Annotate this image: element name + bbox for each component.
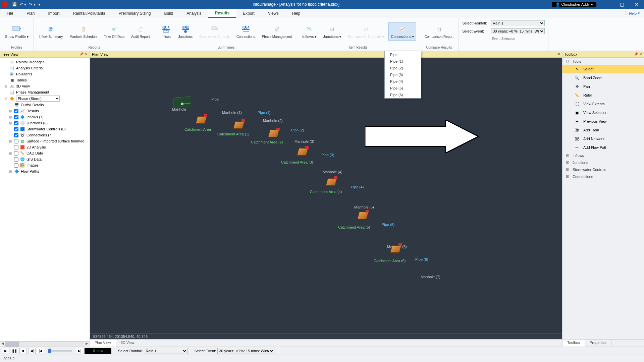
maximize-button[interactable]: ▢ xyxy=(614,0,629,9)
menu-views[interactable]: Views xyxy=(261,9,285,18)
tree-node[interactable]: 📑Analysis Criteria xyxy=(0,65,90,71)
tool-add-flow-path[interactable]: 〰Add Flow Path xyxy=(562,143,644,152)
sw-controls-section[interactable]: ⊞Stormwater Controls xyxy=(562,166,644,173)
properties-tab[interactable]: Properties xyxy=(585,340,611,347)
item-junctions-button[interactable]: 📊Junctions ▾ xyxy=(321,22,343,40)
pause-button[interactable]: ❚❚ xyxy=(11,348,18,354)
tree-node[interactable]: ⊞🔷Inflows (7) xyxy=(0,114,90,120)
pin-icon[interactable]: 📌 xyxy=(79,52,84,56)
tree-node[interactable]: ⊞⚪Junctions (8) xyxy=(0,120,90,126)
menu-plan[interactable]: Plan xyxy=(20,9,41,18)
tree-node[interactable]: ⊞✏️CAD Data xyxy=(0,150,90,156)
item-connections-button[interactable]: 📈Connections ▾ xyxy=(388,22,416,40)
tree-node[interactable]: ⚗️Pollutants xyxy=(0,71,90,77)
menu-rainfall[interactable]: Rainfall/Pollutants xyxy=(66,9,112,18)
popup-item[interactable]: Pipe (6) xyxy=(385,92,421,98)
tool-ruler[interactable]: 📏Ruler xyxy=(562,91,644,100)
tool-band-zoom[interactable]: 🔍Band Zoom xyxy=(562,73,644,82)
forward-button[interactable]: ▶| xyxy=(76,348,83,354)
user-badge[interactable]: 👤 Christopher Addy ▾ xyxy=(552,2,596,7)
menu-prelim-sizing[interactable]: Preliminary Sizing xyxy=(112,9,157,18)
inflow-summary-button[interactable]: 🌀Inflow Summary xyxy=(37,23,65,40)
menu-results[interactable]: Results xyxy=(208,9,236,18)
popup-item[interactable]: Pipe (2) xyxy=(385,65,421,71)
play-button[interactable]: ▶ xyxy=(2,348,9,354)
tree-node[interactable]: ⊞▧Surface - imported surface trimmed xyxy=(0,138,90,144)
phase-dropdown[interactable]: Phase (Storm)▾ xyxy=(16,96,60,102)
popup-item[interactable]: Pipe (1) xyxy=(385,58,421,65)
horizontal-scrollbar[interactable]: ◀▶ xyxy=(0,341,90,347)
svg-text:SUM: SUM xyxy=(162,25,170,29)
tool-add-network[interactable]: 🕸Add Network xyxy=(562,134,644,143)
plan-view-canvas[interactable]: Manhole Manhole (1) Manhole (2) Manhole … xyxy=(90,58,562,333)
pan-icon: ✥ xyxy=(574,83,580,89)
svg-rect-0 xyxy=(13,26,19,31)
summaries-inflows-button[interactable]: SUMInflows xyxy=(158,23,174,40)
tree-node[interactable]: 📊Phase Management xyxy=(0,89,90,95)
menu-build[interactable]: Build xyxy=(157,9,180,18)
tool-select[interactable]: ↖Select xyxy=(562,65,644,73)
manhole-schedule-button[interactable]: 📋Manhole Schedule xyxy=(67,23,100,40)
comparison-report-button[interactable]: 📑Comparison Report xyxy=(422,23,456,40)
tree-node[interactable]: ⊞3D3D View xyxy=(0,83,90,89)
tree-node[interactable]: 🟦Stormwater Controls (0) xyxy=(0,126,90,132)
toolbox-tab[interactable]: Toolbox xyxy=(562,340,585,347)
tree-node[interactable]: 🟥2D Analysis xyxy=(0,144,90,150)
popup-item[interactable]: Pipe (5) xyxy=(385,85,421,92)
3d-view-tab[interactable]: 3D View xyxy=(116,340,140,347)
help-link[interactable]: ❔Help▾ xyxy=(619,9,644,18)
menu-help[interactable]: Help xyxy=(285,9,307,18)
close-icon[interactable]: ✕ xyxy=(639,52,642,56)
tool-view-selection[interactable]: ▣View Selection xyxy=(562,108,644,117)
popup-item[interactable]: Pipe (4) xyxy=(385,78,421,85)
minimize-button[interactable]: — xyxy=(600,0,614,9)
select-rainfall-dropdown[interactable]: Rain 1 xyxy=(491,20,545,26)
summaries-connections-button[interactable]: SUMConnections xyxy=(234,23,258,40)
audit-report-button[interactable]: 📄Audit Report xyxy=(129,23,152,40)
tree-node[interactable]: ▦Tables xyxy=(0,77,90,83)
tree-node-phase[interactable]: ⊟🔶Phase (Storm)▾ xyxy=(0,95,90,102)
close-button[interactable]: ✕ xyxy=(629,0,644,9)
close-icon[interactable]: ✕ xyxy=(85,52,88,56)
undo-icon[interactable]: ↶ ▾ xyxy=(20,2,26,7)
popup-item[interactable]: Pipe xyxy=(385,51,421,58)
redo-icon[interactable]: ↷ ▾ xyxy=(29,2,35,7)
tool-view-extents[interactable]: ⛶View Extents xyxy=(562,100,644,108)
tree-node[interactable]: 🌐GIS Data xyxy=(0,156,90,162)
tree-node[interactable]: ➰Connections (7) xyxy=(0,132,90,138)
popup-item[interactable]: Pipe (3) xyxy=(385,71,421,78)
item-inflows-button[interactable]: 📉Inflows ▾ xyxy=(300,22,319,40)
plan-view-tab[interactable]: Plan View xyxy=(90,340,116,347)
summaries-junctions-button[interactable]: SUMJunctions xyxy=(176,23,195,40)
timeline-rainfall-dropdown[interactable]: Rain 1 xyxy=(144,348,187,354)
tool-pan[interactable]: ✥Pan xyxy=(562,82,644,91)
rewind-button[interactable]: |◀ xyxy=(37,348,44,354)
junctions-section[interactable]: ⊞Junctions xyxy=(562,159,644,166)
connections-section[interactable]: ⊞Connections xyxy=(562,173,644,180)
inflows-section[interactable]: ⊞Inflows xyxy=(562,152,644,159)
select-event-dropdown[interactable]: 30 years: +0 %: 15 mins: Winter xyxy=(491,28,545,34)
tree-node[interactable]: ⊞📈Results xyxy=(0,108,90,114)
close-icon[interactable]: ✕ xyxy=(557,52,560,56)
tools-section[interactable]: ⊟Tools xyxy=(562,58,644,65)
time-slider[interactable] xyxy=(48,350,72,352)
tree-node[interactable]: 🖥️Outfall Details xyxy=(0,102,90,108)
timeline-event-dropdown[interactable]: 30 years: +0 %: 15 mins: Winter xyxy=(217,348,274,354)
stop-button[interactable]: ■ xyxy=(19,348,27,354)
summaries-phase-button[interactable]: 📈Phase Management xyxy=(260,23,294,40)
pin-icon[interactable]: 📌 xyxy=(634,52,638,56)
tree-node[interactable]: ⊞🔷Flow Paths xyxy=(0,168,90,174)
tree-node[interactable]: ☁️Rainfall Manager xyxy=(0,59,90,65)
save-icon[interactable]: 💾 xyxy=(12,2,17,7)
step-back-button[interactable]: ◀| xyxy=(28,348,36,354)
tool-previous-view[interactable]: ↩Previous View xyxy=(562,117,644,126)
tree-node[interactable]: 🖼️Images xyxy=(0,162,90,168)
show-profile-button[interactable]: Show Profile ▾ xyxy=(3,22,31,40)
menu-analysis[interactable]: Analysis xyxy=(180,9,208,18)
menu-export[interactable]: Export xyxy=(236,9,261,18)
take-off-data-button[interactable]: 🛒Take Off Data xyxy=(102,23,127,40)
svg-text:SUM: SUM xyxy=(242,25,250,29)
menu-import[interactable]: Import xyxy=(41,9,66,18)
menu-file[interactable]: File xyxy=(0,9,20,18)
tool-add-train[interactable]: ⛓Add Train xyxy=(562,126,644,134)
